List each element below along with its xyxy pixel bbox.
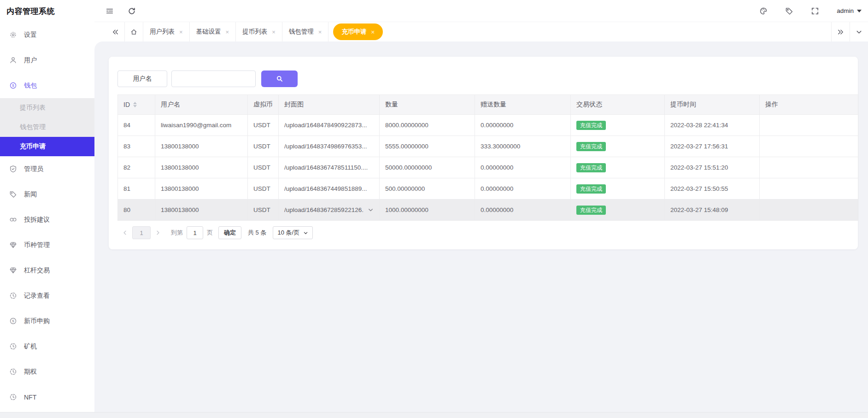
- sidebar-item-miner[interactable]: 矿机: [0, 334, 94, 359]
- column-header-1: 用户名: [155, 95, 248, 115]
- horizontal-scrollbar[interactable]: [0, 412, 868, 418]
- search-icon: [276, 75, 283, 82]
- column-header-7: 提币时间: [665, 95, 760, 115]
- expand-row-icon[interactable]: [368, 207, 374, 213]
- sidebar-subitem-withdraw-list[interactable]: 提币列表: [0, 98, 94, 118]
- close-tab-icon[interactable]: ×: [318, 29, 322, 35]
- home-tab-button[interactable]: [125, 22, 143, 41]
- sidebar-subitem-deposit-apply[interactable]: 充币申请: [0, 137, 94, 156]
- column-header-label: 交易状态: [576, 100, 602, 108]
- current-page[interactable]: 1: [132, 226, 151, 239]
- column-header-label: ID: [123, 101, 130, 108]
- sort-icon[interactable]: [133, 102, 137, 107]
- cell-amount: 8000.00000000: [380, 115, 475, 136]
- status-badge: 充值完成: [576, 121, 606, 130]
- history-icon: [9, 393, 17, 401]
- topbar-right: admin: [759, 7, 863, 15]
- column-header-label: 用户名: [161, 100, 180, 108]
- sidebar: 内容管理系统 设置用户$钱包提币列表钱包管理充币申请管理员新闻投拆建议币种管理杠…: [0, 0, 94, 418]
- sidebar-item-nft[interactable]: NFT: [0, 384, 94, 410]
- link-icon: [9, 216, 17, 224]
- cell-gift: 333.30000000: [475, 136, 571, 157]
- sidebar-item-label: 杠杆交易: [24, 266, 50, 275]
- app-title: 内容管理系统: [0, 0, 94, 22]
- sidebar-item-news[interactable]: 新闻: [0, 182, 94, 207]
- cell-cover: /upload/1648374986976353...: [279, 136, 380, 157]
- close-tab-icon[interactable]: ×: [371, 29, 375, 35]
- tag-icon[interactable]: [785, 7, 793, 15]
- column-header-8: 操作: [760, 95, 858, 115]
- sidebar-item-settings[interactable]: 设置: [0, 22, 94, 47]
- search-button[interactable]: [261, 71, 298, 87]
- collapse-sidebar-icon[interactable]: [106, 7, 114, 15]
- sidebar-item-coin-manage[interactable]: 币种管理: [0, 232, 94, 258]
- cell-coin: USDT: [248, 136, 279, 157]
- sidebar-item-leverage[interactable]: 杠杆交易: [0, 258, 94, 283]
- user-menu[interactable]: admin: [837, 7, 863, 14]
- tabs-scroll-left-button[interactable]: [106, 22, 125, 41]
- cell-cover: /upload/1648367478511150....: [279, 157, 380, 178]
- next-page-icon[interactable]: [152, 226, 164, 239]
- sidebar-item-label: 设置: [24, 31, 37, 39]
- tab-withdraw-list[interactable]: 提币列表×: [236, 22, 282, 41]
- pagination: 1 到第 页 确定 共 5 条 10 条/页: [118, 226, 858, 239]
- history-icon: [9, 368, 17, 376]
- sidebar-item-options[interactable]: 期权: [0, 359, 94, 384]
- tab-label: 提币列表: [242, 28, 267, 36]
- sidebar-item-label: 期权: [24, 368, 37, 376]
- sidebar-item-label: 币种管理: [24, 241, 50, 249]
- status-badge: 充值完成: [576, 206, 606, 215]
- svg-text:$: $: [12, 83, 14, 88]
- cell-status: 充值完成: [571, 157, 665, 178]
- sidebar-item-feedback[interactable]: 投拆建议: [0, 207, 94, 232]
- records-table: ID用户名虚拟币封面图数量赠送数量交易状态提币时间操作 84liwaisan19…: [117, 94, 858, 221]
- tab-user-list[interactable]: 用户列表×: [143, 22, 190, 41]
- sidebar-item-admins[interactable]: 管理员: [0, 156, 94, 182]
- tab-base-settings[interactable]: 基础设置×: [190, 22, 236, 41]
- sidebar-item-new-coin[interactable]: $新币申购: [0, 308, 94, 334]
- goto-page-input[interactable]: [187, 226, 203, 239]
- sidebar-submenu: 提币列表钱包管理充币申请: [0, 98, 94, 156]
- tabs-scroll-right-button[interactable]: [831, 22, 850, 41]
- cell-amount: 50000.00000000: [380, 157, 475, 178]
- page-size-select[interactable]: 10 条/页: [273, 226, 313, 239]
- shield-icon: [9, 165, 17, 173]
- tab-label: 钱包管理: [289, 28, 314, 36]
- fullscreen-icon[interactable]: [811, 7, 819, 15]
- sidebar-subitem-wallet-manage[interactable]: 钱包管理: [0, 118, 94, 137]
- column-header-label: 虚拟币: [253, 100, 273, 108]
- cell-coin: USDT: [248, 157, 279, 178]
- tab-wallet-manage[interactable]: 钱包管理×: [282, 22, 329, 41]
- coin-icon: $: [9, 82, 17, 89]
- cell-time: 2022-03-27 15:51:20: [665, 157, 760, 178]
- sidebar-item-label: 用户: [24, 56, 37, 65]
- column-header-label: 提币时间: [670, 100, 696, 108]
- refresh-icon[interactable]: [128, 7, 136, 15]
- sidebar-item-records[interactable]: 记录查看: [0, 283, 94, 308]
- tabs-container: 用户列表×基础设置×提币列表×钱包管理×充币申请×: [143, 22, 387, 41]
- column-header-label: 赠送数量: [481, 100, 506, 108]
- goto-confirm-button[interactable]: 确定: [218, 226, 241, 239]
- close-tab-icon[interactable]: ×: [226, 29, 229, 35]
- sidebar-item-label: 矿机: [24, 342, 37, 351]
- theme-palette-icon[interactable]: [759, 7, 768, 15]
- tab-deposit-apply[interactable]: 充币申请×: [333, 24, 383, 40]
- search-field-selector[interactable]: 用户名: [117, 71, 167, 87]
- tabs-menu-button[interactable]: [850, 22, 868, 41]
- cell-amount: 1000.00000000: [380, 200, 475, 221]
- topbar-left: [106, 7, 136, 15]
- gem-icon: [9, 241, 17, 249]
- cell-cover: /upload/1648367285922126.: [279, 200, 380, 221]
- table-header-row: ID用户名虚拟币封面图数量赠送数量交易状态提币时间操作: [118, 95, 858, 115]
- sidebar-item-wallet[interactable]: $钱包: [0, 73, 94, 98]
- cell-time: 2022-03-28 22:41:34: [665, 115, 760, 136]
- cell-id: 80: [118, 200, 155, 221]
- sidebar-item-users[interactable]: 用户: [0, 47, 94, 73]
- cell-username: 13800138000: [155, 136, 248, 157]
- column-header-0[interactable]: ID: [118, 95, 155, 115]
- close-tab-icon[interactable]: ×: [179, 29, 183, 35]
- close-tab-icon[interactable]: ×: [272, 29, 276, 35]
- cell-status: 充值完成: [571, 200, 665, 221]
- search-input[interactable]: [171, 71, 256, 87]
- prev-page-icon[interactable]: [118, 226, 131, 239]
